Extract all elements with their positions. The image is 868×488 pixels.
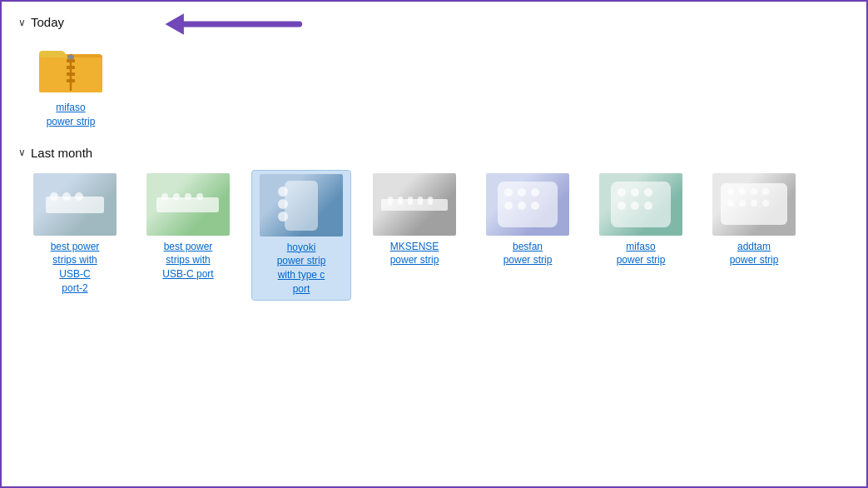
svg-rect-3	[67, 59, 75, 62]
thumb-label-5: besfanpower strip	[503, 240, 553, 268]
thumb-item-1[interactable]: best powerstrips withUSB-Cport-2	[25, 170, 125, 299]
main-container: ∨ Today	[2, 2, 866, 314]
last-month-items: best powerstrips withUSB-Cport-2 best po…	[18, 170, 850, 301]
thumb-label-1: best powerstrips withUSB-Cport-2	[51, 240, 100, 296]
thumbnail-4	[373, 173, 456, 236]
thumb-item-4[interactable]: MKSENSEpower strip	[365, 170, 464, 271]
thumbnail-6	[599, 173, 682, 236]
thumbnail-5	[486, 173, 569, 236]
thumbnail-7	[712, 173, 796, 236]
arrow-annotation	[100, 0, 316, 49]
thumb-label-7: addtampower strip	[730, 240, 779, 268]
folder-icon	[37, 39, 104, 96]
thumb-label-2: best powerstrips withUSB-C port	[162, 240, 213, 281]
thumbnail-2	[146, 173, 230, 236]
last-month-label: Last month	[31, 146, 92, 160]
svg-rect-4	[67, 66, 75, 69]
thumb-label-4: MKSENSEpower strip	[390, 240, 439, 268]
thumbnail-1	[33, 173, 117, 236]
svg-rect-5	[67, 72, 75, 76]
svg-rect-7	[67, 55, 74, 59]
today-items: mifasopower strip	[18, 39, 850, 129]
thumb-item-6[interactable]: mifasopower strip	[591, 170, 691, 271]
thumb-item-3[interactable]: hoyokipower stripwith type cport	[251, 170, 351, 301]
folder-label: mifasopower strip	[47, 101, 96, 129]
thumb-item-5[interactable]: besfanpower strip	[478, 170, 578, 271]
last-month-section: ∨ Last month best powerstrips withUSB-Cp…	[18, 146, 850, 301]
thumb-label-3: hoyokipower stripwith type cport	[277, 241, 326, 296]
thumb-item-7[interactable]: addtampower strip	[704, 170, 804, 271]
today-chevron[interactable]: ∨	[18, 17, 26, 28]
thumb-item-2[interactable]: best powerstrips withUSB-C port	[138, 170, 238, 285]
last-month-chevron[interactable]: ∨	[18, 147, 26, 158]
svg-marker-9	[166, 13, 184, 35]
thumb-label-6: mifasopower strip	[617, 240, 666, 268]
today-section: ∨ Today	[18, 15, 850, 129]
folder-item-mifaso[interactable]: mifasopower strip	[25, 39, 117, 129]
thumbnail-3	[260, 174, 343, 237]
today-label: Today	[31, 15, 64, 29]
last-month-header[interactable]: ∨ Last month	[18, 146, 850, 160]
svg-rect-6	[67, 79, 75, 82]
